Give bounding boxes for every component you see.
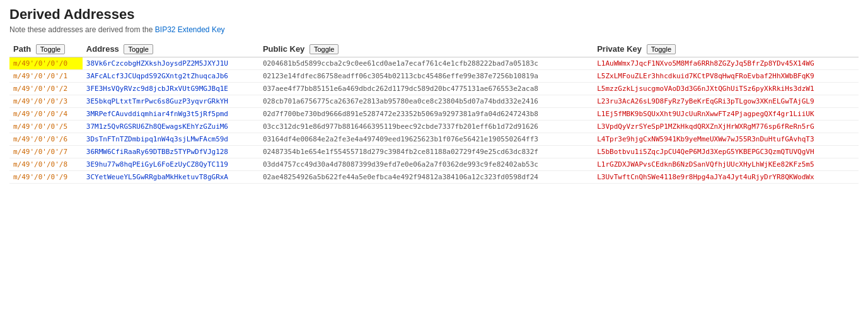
subtitle: Note these addresses are derived from th…	[9, 25, 859, 34]
cell-private-key: L5bBotbvu1i5ZqcJpCU4QeP6MJd3XepG5YKBEPGC…	[593, 146, 859, 158]
cell-private-key: L5ZxLMFouZLEr3hhcdkuid7KCtPV8qHwqFRoEvba…	[593, 70, 859, 83]
cell-public-key: 02d7f700be730bd9666d891e5287472e23352b50…	[259, 108, 593, 121]
cell-path: m/49'/0'/0'/9	[9, 171, 83, 184]
cell-address: 37M1z5QvRGSRU6Zh8QEwagsKEhYzGZuiM6	[83, 121, 259, 133]
cell-private-key: L5mzzGzkLjsucgmoVAoD3d3G6nJXtQGhUiTSz6py…	[593, 83, 859, 95]
table-row: m/49'/0'/0'/93CYetWeueYL5GwRRgbaMkHketuv…	[9, 171, 859, 184]
cell-path: m/49'/0'/0'/5	[9, 121, 83, 133]
cell-path: m/49'/0'/0'/2	[9, 83, 83, 95]
table-row: m/49'/0'/0'/83E9hu77w8hqPEiGyL6FoEzUyCZ8…	[9, 158, 859, 171]
cell-public-key: 03cc312dc91e86d977b8816466395119beec92cb…	[259, 121, 593, 133]
cell-private-key: L1rGZDXJWAPvsCEdknB6NzDSanVQfhjUUcXHyLhW…	[593, 158, 859, 171]
toggle-pubkey-button[interactable]: Toggle	[310, 44, 339, 54]
table-row: m/49'/0'/0'/43MRPefCAuvddiqmhiar4fnWg3t5…	[9, 108, 859, 121]
cell-address: 3MRPefCAuvddiqmhiar4fnWg3t5jRf5pmd	[83, 108, 259, 121]
cell-private-key: L1Ej5fMBK9bSQUxXht9UJcUuRnXwwFTz4Pjagpeg…	[593, 108, 859, 121]
cell-address: 36RMW6CfiRaaRy69DTBBz5TYPwDfVJg128	[83, 146, 259, 158]
cell-address: 3DsTnFTnTZDmbipq1nW4q3sjLMwFAcm59d	[83, 133, 259, 146]
toggle-path-button[interactable]: Toggle	[36, 44, 65, 54]
table-row: m/49'/0'/0'/537M1z5QvRGSRU6Zh8QEwagsKEhY…	[9, 121, 859, 133]
cell-address: 3AFcALcf3JCUqpdS92GXntg2tZhuqcaJb6	[83, 70, 259, 83]
col-header-path: Path Toggle	[9, 42, 83, 57]
cell-address: 3E9hu77w8hqPEiGyL6FoEzUyCZ8QyTC119	[83, 158, 259, 171]
table-row: m/49'/0'/0'/63DsTnFTnTZDmbipq1nW4q3sjLMw…	[9, 133, 859, 146]
cell-public-key: 03dd4757cc49d30a4d78087399d39efd7e0e06a2…	[259, 158, 593, 171]
cell-private-key: L23ru3AcA26sL9D8FyRz7yBeKrEqGRi3pTLgow3X…	[593, 95, 859, 108]
cell-public-key: 02123e14fdfec86758eadff06c3054b02113cbc4…	[259, 70, 593, 83]
table-row: m/49'/0'/0'/736RMW6CfiRaaRy69DTBBz5TYPwD…	[9, 146, 859, 158]
col-header-public-key: Public Key Toggle	[259, 42, 593, 57]
cell-path: m/49'/0'/0'/3	[9, 95, 83, 108]
page-title: Derived Addresses	[9, 6, 859, 23]
cell-public-key: 02ae48254926a5b622fe44a5e0efbca4e492f948…	[259, 171, 593, 184]
cell-public-key: 02487354b1e654e1f55455718d279c3984fb2ce8…	[259, 146, 593, 158]
cell-path: m/49'/0'/0'/1	[9, 70, 83, 83]
cell-address: 3E5bkqPLtxtTmrPwc6s8GuzP3yqvrGRkYH	[83, 95, 259, 108]
cell-address: 3FE3HsVQyRVzc9d8jcbJRxVUtG9MGJBq1E	[83, 83, 259, 95]
toggle-privkey-button[interactable]: Toggle	[647, 44, 676, 54]
cell-address: 3CYetWeueYL5GwRRgbaMkHketuvT8gGRxA	[83, 171, 259, 184]
table-row: m/49'/0'/0'/13AFcALcf3JCUqpdS92GXntg2tZh…	[9, 70, 859, 83]
cell-path: m/49'/0'/0'/8	[9, 158, 83, 171]
col-header-private-key: Private Key Toggle	[593, 42, 859, 57]
cell-path: m/49'/0'/0'/0	[9, 57, 83, 70]
cell-address: 38Vk6rCzcobgHZXkshJoysdPZ2M5JXYJ1U	[83, 57, 259, 70]
derived-addresses-table: Path Toggle Address Toggle Public Key To…	[9, 42, 859, 184]
cell-private-key: L3VpdQyVzrSYeSpP1MZkHkqdQRXZnXjHrWXRgM77…	[593, 121, 859, 133]
cell-public-key: 037aee4f77bb85151e6a469dbdc262d1179dc589…	[259, 83, 593, 95]
cell-public-key: 028cb701a6756775ca26367e2813ab95780ea0ce…	[259, 95, 593, 108]
cell-private-key: L3UvTwftCnQhSWe4118e9r8Hpg4aJYa4Jyt4uRjy…	[593, 171, 859, 184]
cell-public-key: 03164df4e00684e2a2fe3e4a497409eed1962562…	[259, 133, 593, 146]
table-row: m/49'/0'/0'/33E5bkqPLtxtTmrPwc6s8GuzP3yq…	[9, 95, 859, 108]
cell-public-key: 0204681b5d5899ccba2c9c0ee61cd0ae1a7ecaf7…	[259, 57, 593, 70]
table-row: m/49'/0'/0'/23FE3HsVQyRVzc9d8jcbJRxVUtG9…	[9, 83, 859, 95]
col-header-address: Address Toggle	[83, 42, 259, 57]
cell-path: m/49'/0'/0'/6	[9, 133, 83, 146]
cell-path: m/49'/0'/0'/4	[9, 108, 83, 121]
cell-private-key: L1AuWWmx7JqcF1NXvo5M8Mfa6RRh8ZGZyJq5BfrZ…	[593, 57, 859, 70]
bip32-link[interactable]: BIP32 Extended Key	[155, 25, 225, 34]
toggle-address-button[interactable]: Toggle	[124, 44, 153, 54]
table-row: m/49'/0'/0'/038Vk6rCzcobgHZXkshJoysdPZ2M…	[9, 57, 859, 70]
cell-private-key: L4Tpr3e9hjgCxNW5941Kb9yeMmeUXWw7wJ55R3nD…	[593, 133, 859, 146]
cell-path: m/49'/0'/0'/7	[9, 146, 83, 158]
